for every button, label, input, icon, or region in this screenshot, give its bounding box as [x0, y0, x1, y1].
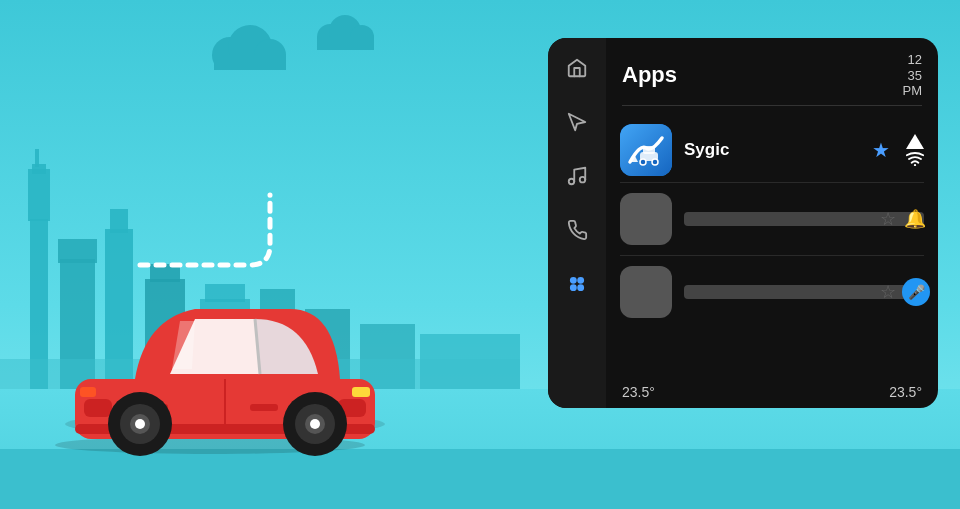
signal-area	[906, 134, 924, 166]
sidebar-item-music[interactable]	[559, 158, 595, 194]
svg-rect-43	[80, 387, 96, 397]
app-item-3[interactable]: ☆ 🎤	[606, 256, 938, 328]
panel-title: Apps	[622, 62, 677, 88]
mic-icon[interactable]: 🎤	[902, 278, 930, 306]
app-panel: Apps 12 35 PM	[548, 38, 938, 408]
svg-point-56	[652, 159, 658, 165]
svg-point-49	[571, 285, 576, 290]
svg-point-47	[571, 278, 576, 283]
wifi-icon	[906, 152, 924, 166]
star-outline-2[interactable]: ☆	[880, 208, 896, 230]
svg-point-45	[569, 179, 575, 185]
app-item-sygic[interactable]: Sygic ★	[606, 114, 938, 182]
temp-right: 23.5°	[889, 384, 922, 400]
app-item-2[interactable]: ☆ 🔔	[606, 183, 938, 255]
bell-icon[interactable]: 🔔	[904, 208, 926, 230]
svg-rect-24	[317, 37, 374, 50]
svg-rect-3	[35, 149, 39, 167]
svg-rect-32	[250, 404, 278, 411]
svg-point-50	[578, 285, 583, 290]
svg-rect-1	[28, 169, 50, 221]
svg-point-37	[310, 419, 320, 429]
clock-hours: 12	[903, 52, 923, 68]
svg-rect-30	[84, 399, 112, 417]
sidebar-item-home[interactable]	[559, 50, 595, 86]
sidebar	[548, 38, 606, 408]
star-outline-3[interactable]: ☆	[880, 281, 896, 303]
sidebar-item-apps[interactable]	[559, 266, 595, 302]
app-icon-3	[620, 266, 672, 318]
svg-rect-54	[643, 146, 655, 154]
car-illustration	[40, 229, 410, 459]
bottom-bar: 23.5° 23.5°	[606, 376, 938, 408]
app-icon-sygic	[620, 124, 672, 176]
main-content: Apps 12 35 PM	[606, 38, 938, 408]
sidebar-item-phone[interactable]	[559, 212, 595, 248]
app-name-sygic: Sygic	[684, 140, 860, 160]
svg-marker-44	[569, 114, 586, 131]
svg-point-58	[914, 164, 916, 166]
svg-rect-42	[352, 387, 370, 397]
clock-ampm: PM	[903, 83, 923, 99]
svg-point-46	[580, 177, 586, 183]
svg-point-48	[578, 278, 583, 283]
cloud-1	[200, 25, 300, 74]
header: Apps 12 35 PM	[606, 38, 938, 105]
svg-point-55	[640, 159, 646, 165]
clock-minutes: 35	[903, 68, 923, 84]
sidebar-item-navigation[interactable]	[559, 104, 595, 140]
star-filled-sygic[interactable]: ★	[872, 138, 890, 162]
app-icon-2	[620, 193, 672, 245]
app-list: Sygic ★	[606, 106, 938, 376]
cloud-2	[310, 15, 380, 54]
svg-point-41	[135, 419, 145, 429]
signal-icon	[906, 134, 924, 150]
svg-marker-57	[906, 134, 924, 149]
clock: 12 35 PM	[903, 52, 923, 99]
temp-left: 23.5°	[622, 384, 655, 400]
svg-rect-20	[214, 55, 286, 70]
